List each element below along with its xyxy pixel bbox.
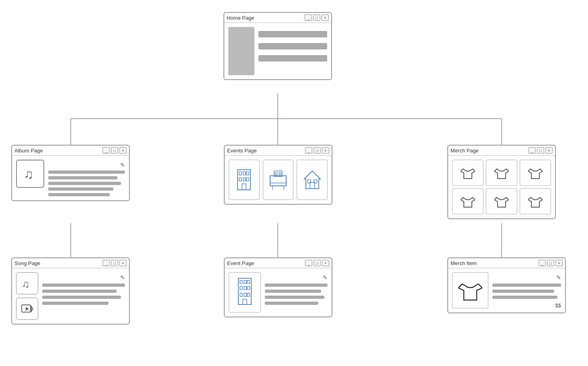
album-line-2 [48,176,117,179]
song-page-window: Song Page _ □ × ♫ ✎ [11,257,130,325]
merch-item-title: Merch Item [451,260,477,266]
maximize-button[interactable]: □ [111,147,118,154]
video-icon [21,302,34,315]
svg-rect-42 [247,293,250,296]
minimize-button[interactable]: _ [529,147,536,154]
home-line-1 [258,31,327,37]
tshirt-icon [494,194,509,209]
home-content-lines [258,27,327,75]
event-page-title: Event Page [227,260,254,266]
event-page-controls[interactable]: _ □ × [305,260,329,266]
close-button[interactable]: × [322,147,329,154]
svg-rect-10 [238,170,250,190]
tshirt-icon [528,166,543,180]
svg-marker-32 [26,307,29,311]
home-line-3 [258,55,327,62]
home-image-placeholder [228,27,254,75]
merch-item-window: Merch Item _ □ × ✎ $$ [447,257,566,313]
home-line-2 [258,43,327,49]
minimize-button[interactable]: _ [305,14,312,21]
event-line-3 [265,296,324,299]
song-page-title: Song Page [14,260,40,266]
svg-rect-34 [240,280,242,284]
album-line-3 [48,182,121,185]
minimize-button[interactable]: _ [102,260,110,266]
song-page-controls[interactable]: _ □ × [102,260,127,266]
svg-rect-16 [246,178,249,181]
merch-item-2 [486,160,517,186]
minimize-button[interactable]: _ [305,260,312,266]
edit-icon: ✎ [323,274,328,281]
minimize-button[interactable]: _ [102,147,110,154]
events-page-body [225,156,332,204]
album-line-4 [48,187,113,191]
merch-item-3 [520,160,551,186]
event-line-2 [265,290,321,293]
merch-item-controls[interactable]: _ □ × [539,260,563,266]
close-button[interactable]: × [119,147,127,154]
tshirt-icon [461,166,475,180]
maximize-button[interactable]: □ [313,147,321,154]
close-button[interactable]: × [322,260,329,266]
music-note-icon: ♫ [22,166,38,182]
close-button[interactable]: × [555,260,563,266]
tshirt-large-icon [458,278,482,302]
maximize-button[interactable]: □ [313,14,320,21]
tshirt-icon [461,194,475,209]
events-page-controls[interactable]: _ □ × [305,147,329,154]
close-button[interactable]: × [119,260,127,266]
merch-item-6 [520,188,551,214]
tshirt-icon [528,194,543,209]
events-page-titlebar: Events Page _ □ × [225,146,332,156]
event-page-body: ✎ [225,268,332,317]
svg-rect-27 [307,180,311,183]
merch-page-title: Merch Page [451,148,479,154]
maximize-button[interactable]: □ [111,260,118,266]
events-page-title: Events Page [227,148,257,154]
song-line-4 [42,302,109,305]
merch-page-body [448,156,555,218]
svg-rect-15 [243,178,246,181]
merch-item-line-2 [492,290,554,293]
song-page-titlebar: Song Page _ □ × [12,258,129,268]
event-card-building [229,160,260,200]
svg-rect-33 [238,278,251,304]
album-page-controls[interactable]: _ □ × [102,147,127,154]
tshirt-icon [494,166,509,180]
merch-item-titlebar: Merch Item _ □ × [448,258,565,268]
maximize-button[interactable]: □ [547,260,554,266]
event-page-titlebar: Event Page _ □ × [225,258,332,268]
svg-rect-41 [244,293,246,296]
merch-item-info: ✎ $$ [492,272,561,308]
events-page-window: Events Page _ □ × [224,145,332,205]
svg-rect-37 [240,286,242,290]
close-button[interactable]: × [322,14,329,21]
album-page-titlebar: Album Page _ □ × [12,146,129,156]
close-button[interactable]: × [545,147,553,154]
merch-item-line-3 [492,296,557,299]
svg-marker-31 [31,306,33,311]
edit-icon: ✎ [120,162,125,168]
house-icon [303,168,322,192]
merch-item-line-1 [492,284,561,287]
song-page-body: ♫ ✎ [12,268,129,324]
svg-marker-25 [304,171,320,189]
merch-page-controls[interactable]: _ □ × [529,147,553,154]
song-line-2 [42,290,117,293]
home-page-controls[interactable]: _ □ × [305,14,329,21]
minimize-button[interactable]: _ [539,260,546,266]
svg-rect-13 [246,172,249,175]
maximize-button[interactable]: □ [313,260,321,266]
album-page-window: Album Page _ □ × ♫ ✎ [11,145,130,201]
song-media-icons: ♫ [16,272,38,320]
svg-text:♫: ♫ [22,278,30,290]
album-line-5 [48,193,110,196]
song-video-icon-box [16,298,38,320]
song-line-1 [42,284,125,287]
svg-rect-28 [314,180,317,183]
home-page-titlebar: Home Page _ □ × [224,13,331,23]
minimize-button[interactable]: _ [305,147,312,154]
maximize-button[interactable]: □ [537,147,544,154]
svg-point-24 [279,173,281,175]
svg-point-23 [275,173,277,175]
